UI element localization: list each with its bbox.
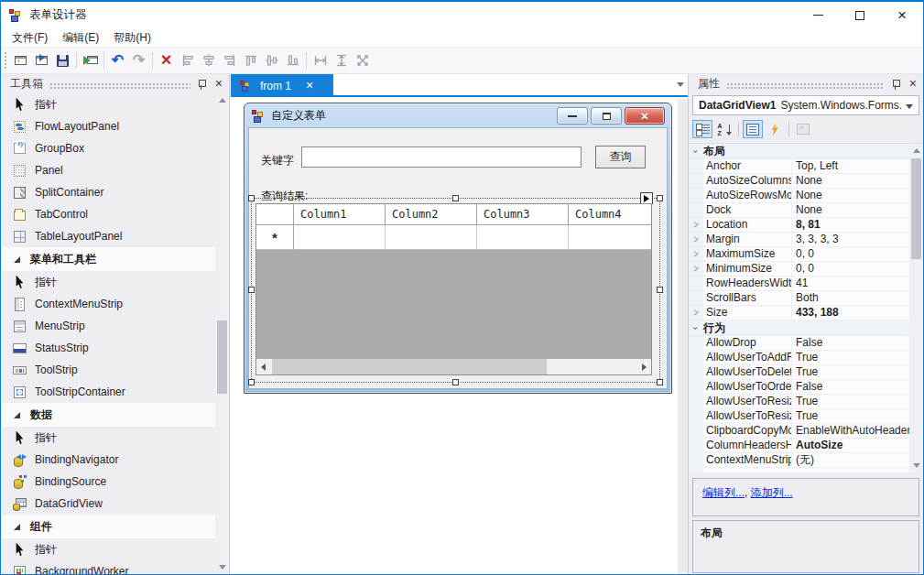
property-row[interactable]: ContextMenuStrip(无) — [689, 453, 909, 468]
toolbox-item-toolstripcontainer[interactable]: ToolStripContainer — [1, 381, 215, 403]
alphabetical-button[interactable]: AZ — [714, 120, 734, 138]
toolbox-scrollbar[interactable] — [215, 93, 229, 574]
same-height-button[interactable] — [331, 49, 352, 71]
resize-handle[interactable] — [248, 287, 255, 293]
toolbox-item-panel[interactable]: Panel — [1, 159, 215, 181]
scroll-right-icon[interactable] — [642, 363, 647, 371]
design-canvas[interactable]: 自定义表单 关键字 查询 查询结果: — [231, 99, 690, 574]
tab-close-icon[interactable] — [306, 79, 313, 92]
redo-button[interactable] — [128, 49, 149, 71]
toolbox-item-toolstrip[interactable]: ToolStrip — [1, 359, 215, 381]
same-width-button[interactable] — [310, 49, 331, 71]
scroll-down-icon[interactable] — [219, 565, 226, 570]
expander-icon[interactable]: > — [689, 218, 703, 232]
toolbox-item-groupbox[interactable]: GroupBox — [1, 137, 215, 159]
toolbox-item-statusstrip[interactable]: StatusStrip — [1, 337, 215, 359]
maximize-button[interactable] — [839, 2, 881, 29]
property-pages-button[interactable] — [793, 120, 813, 138]
search-button[interactable]: 查询 — [595, 146, 646, 168]
property-row[interactable]: AutoSizeColumnsModeNone — [689, 174, 909, 189]
toolbox-item-splitcontainer[interactable]: SplitContainer — [1, 181, 215, 203]
align-middle-button[interactable] — [261, 49, 282, 71]
pin-icon[interactable] — [197, 79, 207, 90]
toolbox-section-data[interactable]: 数据 — [1, 403, 215, 427]
toolbox-item-pointer[interactable]: 指针 — [1, 271, 215, 293]
resize-handle[interactable] — [248, 195, 255, 201]
form-close-button[interactable] — [625, 107, 665, 125]
menu-edit[interactable]: 编辑(E) — [55, 28, 106, 48]
same-size-button[interactable] — [352, 49, 373, 71]
categorized-button[interactable] — [692, 120, 712, 138]
toolbox-item-datagridview[interactable]: DataGridView — [1, 493, 215, 515]
toolbox-item-menustrip[interactable]: MenuStrip — [1, 315, 215, 337]
scroll-thumb[interactable] — [911, 158, 921, 259]
property-row[interactable]: AutoSizeRowsModeNone — [689, 189, 909, 203]
resize-handle[interactable] — [657, 379, 663, 385]
designed-form-titlebar[interactable]: 自定义表单 — [245, 103, 671, 128]
align-left-button[interactable] — [177, 49, 198, 71]
property-row[interactable]: AllowUserToResizeRowsTrue — [689, 409, 909, 424]
undo-button[interactable] — [107, 49, 128, 71]
toolbox-item-pointer[interactable]: 指针 — [1, 538, 215, 560]
category-behavior[interactable]: ›行为 — [689, 320, 909, 336]
expander-icon[interactable]: > — [689, 262, 703, 276]
property-row[interactable]: AllowUserToOrderColumnsFalse — [689, 380, 909, 395]
property-row[interactable]: DockNone — [689, 203, 909, 218]
resize-handle[interactable] — [452, 195, 459, 201]
properties-close-icon[interactable] — [909, 77, 917, 91]
scroll-down-icon[interactable] — [913, 463, 920, 468]
property-row[interactable]: >Margin3, 3, 3, 3 — [689, 233, 909, 247]
expander-icon[interactable]: > — [689, 233, 703, 246]
properties-view-button[interactable] — [743, 120, 763, 138]
toolbox-item-tabcontrol[interactable]: TabControl — [1, 203, 215, 225]
align-bottom-button[interactable] — [282, 49, 303, 71]
toolbox-item-backgroundworker[interactable]: BackgroundWorker — [1, 560, 215, 574]
toolbox-section-components[interactable]: 组件 — [1, 515, 215, 538]
toolbar-grip[interactable] — [4, 51, 7, 70]
new-form-button[interactable] — [10, 49, 31, 71]
property-row[interactable]: >MaximumSize0, 0 — [689, 247, 909, 262]
toolbox-section-menus[interactable]: 菜单和工具栏 — [1, 247, 215, 271]
property-row[interactable]: ClipboardCopyModeEnableWithAutoHeaderTex… — [689, 424, 909, 439]
scroll-thumb[interactable] — [272, 359, 547, 374]
category-layout[interactable]: ›布局 — [689, 144, 909, 159]
events-button[interactable] — [765, 120, 785, 138]
toolbox-item-bindingsource[interactable]: BindingSource — [1, 471, 215, 493]
resize-handle[interactable] — [657, 287, 663, 293]
scroll-left-icon[interactable] — [261, 363, 266, 371]
scroll-up-icon[interactable] — [219, 98, 226, 103]
property-row[interactable]: AllowUserToResizeColumnsTrue — [689, 395, 909, 409]
property-row[interactable]: ColumnHeadersHeightSizeModeAutoSize — [689, 439, 909, 453]
designed-form[interactable]: 自定义表单 关键字 查询 查询结果: — [244, 103, 672, 394]
property-row[interactable]: >MinimumSize0, 0 — [689, 262, 909, 277]
property-row[interactable]: AllowUserToAddRowsTrue — [689, 351, 909, 365]
align-right-button[interactable] — [219, 49, 240, 71]
toolbox-item-flowlayoutpanel[interactable]: FlowLayoutPanel — [1, 115, 215, 137]
save-button[interactable] — [52, 49, 73, 71]
toolbox-item-contextmenustrip[interactable]: ContextMenuStrip — [1, 293, 215, 315]
document-tab[interactable]: from 1 — [231, 74, 333, 97]
tab-overflow-icon[interactable] — [677, 82, 684, 87]
add-column-link[interactable]: 添加列... — [751, 486, 793, 499]
menu-file[interactable]: 文件(F) — [5, 28, 55, 48]
open-form-button[interactable] — [31, 49, 52, 71]
close-button[interactable] — [881, 2, 923, 29]
expander-icon[interactable]: > — [689, 306, 703, 320]
toolbox-item-pointer[interactable]: 指针 — [1, 427, 215, 449]
property-row[interactable]: RowHeadersWidth41 — [689, 277, 909, 291]
edit-columns-link[interactable]: 编辑列... — [702, 486, 745, 499]
designed-form-client[interactable]: 关键字 查询 查询结果: — [249, 128, 667, 388]
property-row[interactable]: >Size433, 188 — [689, 306, 909, 320]
resize-handle[interactable] — [657, 195, 663, 201]
resize-handle[interactable] — [248, 379, 255, 385]
object-selector[interactable]: DataGridView1 System.Windows.Forms. — [692, 95, 919, 115]
keyword-input[interactable] — [301, 146, 582, 168]
menu-help[interactable]: 帮助(H) — [106, 28, 158, 48]
property-row[interactable]: AllowDropFalse — [689, 336, 909, 351]
scroll-up-icon[interactable] — [913, 148, 920, 153]
scroll-thumb[interactable] — [217, 320, 227, 394]
toolbox-item-bindingnavigator[interactable]: BindingNavigator — [1, 449, 215, 471]
grid-horizontal-scrollbar[interactable] — [256, 359, 651, 374]
toolbox-close-icon[interactable] — [215, 77, 223, 91]
property-grid-scrollbar[interactable] — [909, 144, 923, 472]
